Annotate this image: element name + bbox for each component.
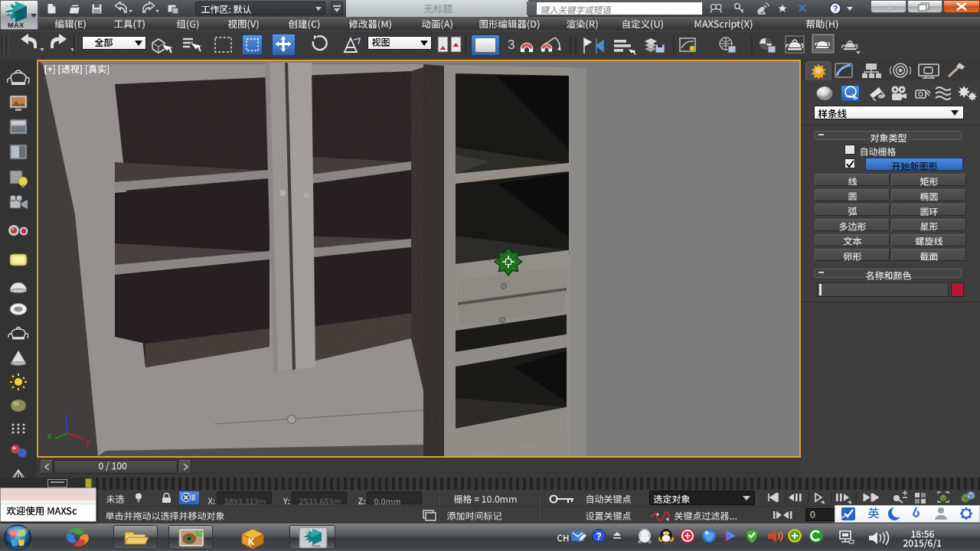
svg-text:3: 3 [508,37,514,52]
svg-text:y: y [86,438,90,446]
svg-text:mnx: mnx [312,543,320,548]
svg-text:K: K [248,536,255,547]
svg-text:?: ? [833,4,838,13]
svg-text:x: x [47,432,51,440]
svg-text:?: ? [596,531,601,542]
svg-text:32: 32 [194,530,204,538]
